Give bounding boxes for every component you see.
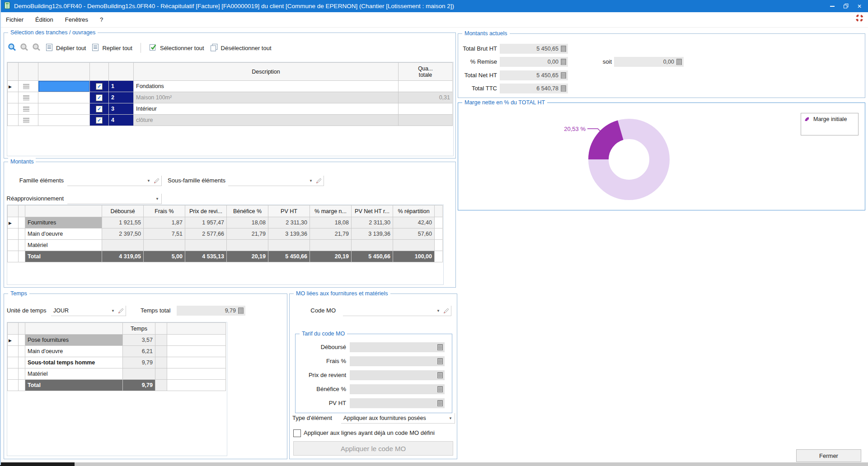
- tarif-pv-ht-field[interactable]: [350, 398, 445, 408]
- tarif-prix-revient-field[interactable]: [350, 370, 445, 380]
- tree-cell[interactable]: [19, 92, 38, 103]
- life-buoy-icon[interactable]: [855, 14, 863, 23]
- calculator-icon[interactable]: [437, 344, 443, 350]
- menu-help[interactable]: ?: [94, 16, 109, 23]
- tranche-number-cell[interactable]: 2: [109, 92, 134, 103]
- tranche-number-cell[interactable]: 1: [109, 81, 134, 92]
- calculator-icon[interactable]: [437, 372, 443, 378]
- zoom-reset-icon[interactable]: [32, 43, 41, 53]
- edit-pencil-icon[interactable]: [442, 308, 451, 314]
- restore-icon[interactable]: [839, 0, 853, 12]
- selection-group: Sélection des tranches / ouvrages Déplie…: [4, 33, 456, 158]
- edit-pencil-icon[interactable]: [315, 177, 324, 184]
- tranche-number-cell[interactable]: 4: [109, 115, 134, 126]
- apply-lines-checkbox[interactable]: [293, 429, 301, 437]
- checkbox-cell[interactable]: ✓: [90, 81, 109, 92]
- montants-header-row: Déboursé Frais % Prix de revi... Bénéfic…: [8, 205, 443, 217]
- tranche-number-cell[interactable]: 3: [109, 103, 134, 115]
- menu-fichier[interactable]: Fichier: [0, 16, 29, 23]
- calculator-icon[interactable]: [561, 59, 566, 65]
- description-cell[interactable]: clôture: [134, 115, 399, 126]
- total-ttc-field[interactable]: 6 540,78: [500, 84, 568, 93]
- reapprovisionnement-dropdown[interactable]: ▼: [67, 194, 162, 204]
- row-label[interactable]: Main d'oeuvre: [25, 346, 123, 357]
- tree-cell[interactable]: [19, 81, 38, 92]
- description-cell[interactable]: Fondations: [134, 81, 399, 92]
- tranche-table: Description Qua...totale ▶ ✓ 1 Fondation…: [7, 62, 453, 126]
- quantity-cell[interactable]: 0,31: [399, 92, 453, 103]
- col-temps: Temps: [123, 323, 155, 335]
- zoom-out-icon[interactable]: [20, 43, 29, 53]
- close-icon[interactable]: ✕: [853, 0, 866, 12]
- remise-field[interactable]: 0,00: [500, 57, 568, 67]
- famille-elements-dropdown[interactable]: ▼: [67, 176, 162, 186]
- select-all-button[interactable]: Sélectionner tout: [148, 42, 206, 54]
- calculator-icon[interactable]: [561, 85, 566, 92]
- description-cell[interactable]: Maison 100m²: [134, 92, 399, 103]
- tree-cell[interactable]: [19, 115, 38, 126]
- zoom-in-icon[interactable]: [8, 43, 17, 53]
- temps-total-field[interactable]: 9,79: [177, 306, 245, 316]
- total-net-ht-field[interactable]: 5 450,65: [500, 70, 568, 80]
- row-label[interactable]: Pose fournitures: [25, 335, 123, 346]
- minimize-icon[interactable]: [826, 0, 839, 12]
- selected-cell[interactable]: [38, 81, 90, 92]
- row-label[interactable]: Sous-total temps homme: [25, 357, 123, 368]
- fermer-button[interactable]: Fermer: [796, 449, 861, 462]
- apply-code-mo-button[interactable]: Appliquer le code MO: [293, 441, 453, 456]
- edit-pencil-icon[interactable]: [117, 308, 126, 314]
- montants-row-materiel: Matériel: [8, 240, 443, 251]
- code-mo-dropdown[interactable]: ▼: [343, 306, 451, 316]
- legend-arc-icon: [804, 116, 811, 123]
- menu-edition[interactable]: Édition: [29, 16, 59, 23]
- temps-header-row: Temps: [8, 323, 226, 335]
- row-label[interactable]: Fournitures: [25, 217, 102, 228]
- checkbox-cell[interactable]: ✓: [90, 115, 109, 126]
- sous-famille-dropdown[interactable]: ▼: [228, 176, 324, 186]
- type-element-dropdown[interactable]: Appliquer aux fournitures posées ▼: [341, 413, 455, 424]
- montants-group: Montants Famille éléments ▼ Sous-famille…: [4, 162, 456, 288]
- calculator-icon[interactable]: [238, 308, 244, 314]
- row-label[interactable]: Matériel: [25, 240, 102, 251]
- calculator-icon[interactable]: [437, 386, 443, 392]
- row-label[interactable]: Main d'oeuvre: [25, 228, 102, 240]
- calculator-icon[interactable]: [437, 400, 443, 406]
- collapse-all-button[interactable]: Replier tout: [90, 42, 133, 54]
- row-label[interactable]: Matériel: [25, 368, 123, 380]
- col-debourse: Déboursé: [102, 205, 144, 217]
- tranche-row: ✓ 4 clôture: [8, 115, 453, 126]
- page-check-icon: [149, 43, 157, 53]
- temps-table-wrap: Temps ▶ Pose fournitures 3,57 Main d'oeu…: [7, 322, 227, 456]
- expand-all-button[interactable]: Déplier tout: [44, 42, 87, 54]
- calculator-icon[interactable]: [676, 59, 682, 65]
- quantite-header: Qua...totale: [399, 63, 453, 81]
- menu-fenetres[interactable]: Fenêtres: [59, 16, 94, 23]
- title-bar: DemoBuilding12s.0FR40 - DemoBuilding12s.…: [0, 0, 868, 12]
- edit-pencil-icon[interactable]: [153, 177, 161, 184]
- tarif-frais-field[interactable]: [350, 356, 445, 366]
- soit-field[interactable]: 0,00: [614, 57, 684, 67]
- checkbox-checked-icon: ✓: [96, 94, 103, 101]
- deselect-all-button[interactable]: Désélectionner tout: [209, 42, 273, 54]
- row-label[interactable]: Total: [25, 380, 123, 391]
- unite-temps-dropdown[interactable]: JOUR ▼: [51, 306, 126, 316]
- row-label[interactable]: Total: [25, 251, 102, 262]
- total-brut-ht-field[interactable]: 5 450,65: [500, 44, 568, 54]
- calculator-icon[interactable]: [437, 358, 443, 364]
- quantity-cell[interactable]: [399, 103, 453, 115]
- quantity-cell[interactable]: [399, 115, 453, 126]
- montants-row-total: Total 4 319,05 5,00 4 535,13 20,19 5 450…: [8, 251, 443, 262]
- tarif-debourse-label: Déboursé: [297, 342, 346, 352]
- tarif-benefice-field[interactable]: [350, 384, 445, 394]
- calculator-icon[interactable]: [561, 46, 566, 52]
- description-cell[interactable]: Intérieur: [134, 103, 399, 115]
- checkbox-cell[interactable]: ✓: [90, 103, 109, 115]
- quantity-cell[interactable]: [399, 81, 453, 92]
- montants-actuels-group: Montants actuels Total Brut HT 5 450,65 …: [458, 33, 865, 98]
- soit-label: soit: [594, 57, 612, 67]
- tarif-debourse-field[interactable]: [350, 342, 445, 352]
- calculator-icon[interactable]: [561, 72, 566, 79]
- tranche-header-row: Description Qua...totale: [8, 63, 453, 81]
- tree-cell[interactable]: [19, 103, 38, 115]
- checkbox-cell[interactable]: ✓: [90, 92, 109, 103]
